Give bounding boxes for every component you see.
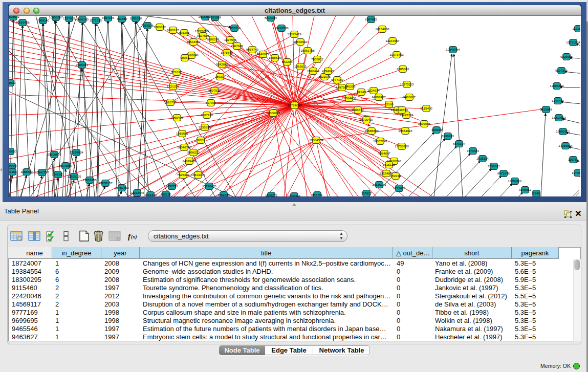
svg-text:9146821: 9146821 bbox=[257, 52, 270, 56]
svg-text:18807249: 18807249 bbox=[373, 139, 387, 143]
svg-text:20691406: 20691406 bbox=[15, 20, 30, 24]
svg-text:1527602: 1527602 bbox=[63, 16, 76, 20]
svg-text:16543362: 16543362 bbox=[186, 40, 201, 43]
svg-text:4794028: 4794028 bbox=[322, 69, 335, 73]
svg-text:7663822: 7663822 bbox=[154, 25, 166, 29]
svg-text:10654112: 10654112 bbox=[508, 179, 522, 183]
svg-text:9384067: 9384067 bbox=[378, 151, 391, 155]
svg-text:1678275: 1678275 bbox=[265, 193, 278, 196]
svg-text:9329966: 9329966 bbox=[560, 55, 573, 58]
svg-text:16210643: 16210643 bbox=[552, 116, 566, 119]
svg-text:18640910: 18640910 bbox=[293, 40, 308, 43]
svg-text:1965498: 1965498 bbox=[171, 116, 184, 119]
svg-text:16154808: 16154808 bbox=[375, 27, 389, 31]
svg-text:9242848: 9242848 bbox=[216, 62, 229, 66]
svg-text:780314: 780314 bbox=[215, 75, 226, 78]
svg-text:2986372: 2986372 bbox=[352, 108, 364, 112]
svg-text:1292344: 1292344 bbox=[288, 194, 301, 196]
svg-text:164093: 164093 bbox=[431, 128, 442, 132]
svg-text:3267110: 3267110 bbox=[201, 113, 213, 117]
svg-text:19218506: 19218506 bbox=[274, 26, 289, 30]
svg-text:9227343: 9227343 bbox=[555, 69, 568, 72]
svg-text:7955812: 7955812 bbox=[311, 57, 324, 61]
svg-text:167827: 167827 bbox=[361, 191, 372, 195]
svg-text:14136141: 14136141 bbox=[372, 183, 386, 186]
svg-text:9777169: 9777169 bbox=[331, 78, 344, 81]
svg-text:17957255: 17957255 bbox=[82, 178, 97, 182]
svg-text:7632621: 7632621 bbox=[488, 164, 500, 168]
svg-text:751552: 751552 bbox=[117, 17, 127, 20]
svg-text:39153: 39153 bbox=[9, 170, 17, 173]
svg-text:10046786: 10046786 bbox=[177, 145, 191, 149]
svg-text:116753: 116753 bbox=[568, 158, 579, 161]
svg-text:1405572: 1405572 bbox=[9, 16, 20, 18]
svg-text:16961758: 16961758 bbox=[300, 49, 315, 52]
svg-text:18300295: 18300295 bbox=[266, 111, 280, 115]
svg-text:832203: 832203 bbox=[282, 60, 293, 63]
svg-text:13495794: 13495794 bbox=[399, 113, 413, 117]
svg-text:2005334: 2005334 bbox=[76, 63, 89, 67]
svg-text:1605338: 1605338 bbox=[129, 16, 142, 20]
svg-text:12093822: 12093822 bbox=[550, 84, 564, 87]
svg-text:271817: 271817 bbox=[171, 70, 182, 74]
svg-text:10688609: 10688609 bbox=[364, 129, 379, 133]
svg-text:19758928: 19758928 bbox=[395, 144, 409, 148]
svg-text:2069140: 2069140 bbox=[37, 18, 50, 22]
svg-text:2967608: 2967608 bbox=[231, 44, 244, 48]
svg-text:1156829: 1156829 bbox=[20, 170, 33, 173]
svg-text:9115400: 9115400 bbox=[420, 106, 432, 110]
svg-text:1362615: 1362615 bbox=[294, 64, 307, 68]
svg-text:16782759: 16782759 bbox=[115, 186, 129, 189]
svg-text:14099489: 14099489 bbox=[182, 159, 197, 163]
svg-text:1067135: 1067135 bbox=[102, 16, 115, 19]
svg-text:8471676: 8471676 bbox=[497, 171, 510, 175]
svg-text:3215958: 3215958 bbox=[540, 107, 553, 111]
svg-text:20564436: 20564436 bbox=[342, 96, 356, 100]
svg-text:15716485: 15716485 bbox=[202, 184, 216, 188]
svg-text:1270345: 1270345 bbox=[572, 171, 580, 174]
svg-text:5498222: 5498222 bbox=[187, 150, 200, 154]
svg-text:1145191: 1145191 bbox=[52, 172, 64, 176]
svg-text:30975887: 30975887 bbox=[58, 164, 73, 167]
svg-text:657791: 657791 bbox=[312, 193, 323, 196]
svg-text:20206576: 20206576 bbox=[47, 152, 61, 156]
svg-text:9427512: 9427512 bbox=[208, 89, 221, 92]
svg-text:6879197: 6879197 bbox=[453, 142, 466, 145]
svg-text:585081: 585081 bbox=[9, 164, 17, 168]
svg-text:10958157: 10958157 bbox=[98, 181, 113, 185]
svg-text:7515526: 7515526 bbox=[141, 24, 154, 27]
svg-text:1621075: 1621075 bbox=[318, 75, 331, 78]
svg-text:891295: 891295 bbox=[179, 31, 190, 34]
svg-text:1349579: 1349579 bbox=[396, 108, 408, 112]
svg-text:6466160: 6466160 bbox=[76, 17, 89, 21]
svg-text:15692971: 15692971 bbox=[556, 129, 570, 133]
svg-text:1235359: 1235359 bbox=[199, 125, 211, 129]
svg-text:17016504: 17016504 bbox=[558, 144, 573, 147]
svg-text:98961: 98961 bbox=[180, 56, 189, 59]
svg-text:9657791: 9657791 bbox=[166, 184, 179, 188]
svg-text:8813054: 8813054 bbox=[265, 16, 277, 19]
svg-text:15720407: 15720407 bbox=[359, 118, 374, 121]
svg-text:31245: 31245 bbox=[357, 90, 366, 94]
svg-text:18724007: 18724007 bbox=[288, 103, 302, 107]
svg-text:19654923: 19654923 bbox=[398, 129, 412, 133]
svg-text:1121850: 1121850 bbox=[572, 27, 580, 30]
svg-text:1588520: 1588520 bbox=[269, 56, 281, 59]
svg-text:1327546: 1327546 bbox=[224, 38, 237, 41]
svg-text:12942737: 12942737 bbox=[35, 170, 49, 174]
svg-text:9327505: 9327505 bbox=[197, 34, 210, 37]
svg-text:12505135: 12505135 bbox=[67, 174, 81, 178]
svg-text:62160: 62160 bbox=[384, 102, 394, 106]
svg-text:9245: 9245 bbox=[533, 191, 540, 195]
svg-text:12923446: 12923446 bbox=[130, 191, 144, 194]
svg-text:8186328: 8186328 bbox=[207, 37, 220, 41]
svg-text:7485063: 7485063 bbox=[397, 67, 409, 71]
svg-text:10653267: 10653267 bbox=[49, 16, 63, 19]
svg-text:3875645: 3875645 bbox=[221, 51, 233, 54]
svg-text:(x): (x) bbox=[131, 234, 137, 240]
svg-text:15751074: 15751074 bbox=[566, 40, 580, 44]
svg-text:10973493: 10973493 bbox=[389, 53, 404, 56]
svg-text:12975115: 12975115 bbox=[400, 82, 414, 86]
svg-text:1292344: 1292344 bbox=[144, 193, 157, 196]
svg-text:346206: 346206 bbox=[345, 84, 356, 88]
